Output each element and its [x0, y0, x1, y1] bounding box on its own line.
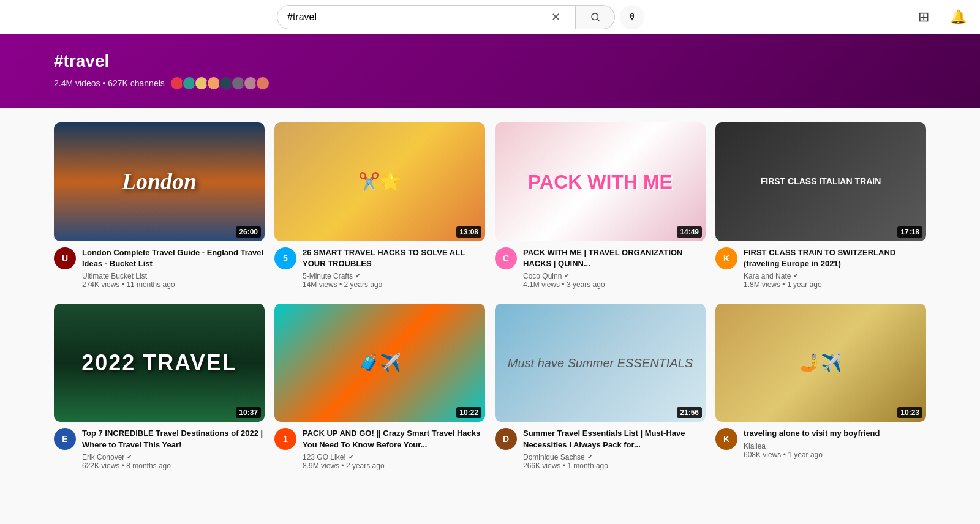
- video-title: 26 SMART TRAVEL HACKS TO SOLVE ALL YOUR …: [303, 247, 485, 269]
- video-channel[interactable]: Dominique Sachse ✔: [523, 453, 706, 462]
- search-icon: [590, 12, 601, 23]
- video-info: K traveling alone to visit my boyfriend …: [715, 428, 926, 458]
- svg-point-0: [592, 13, 598, 20]
- video-meta: PACK WITH ME | TRAVEL ORGANIZATION HACKS…: [523, 247, 706, 289]
- contributor-avatars: [170, 76, 270, 91]
- thumbnail-text: FIRST CLASS ITALIAN TRAIN: [715, 122, 926, 241]
- svg-line-1: [597, 19, 599, 21]
- thumbnail[interactable]: FIRST CLASS ITALIAN TRAIN 17:18: [715, 122, 926, 241]
- video-channel[interactable]: Klailea: [744, 442, 926, 451]
- thumbnail-text: PACK WITH ME: [495, 122, 706, 241]
- main-content: London 26:00 U London Complete Travel Gu…: [0, 108, 980, 485]
- video-meta: traveling alone to visit my boyfriend Kl…: [744, 428, 926, 458]
- thumbnail[interactable]: 2022 TRAVEL 10:37: [54, 304, 265, 422]
- video-card[interactable]: 2022 TRAVEL 10:37 E Top 7 INCREDIBLE Tra…: [54, 304, 265, 470]
- avatar: [255, 76, 270, 91]
- notifications-button[interactable]: 🔔: [946, 5, 970, 29]
- thumbnail-text: ✂️🌟: [274, 122, 485, 241]
- header-center: #travel ✕ 🎙: [277, 5, 644, 29]
- video-card[interactable]: PACK WITH ME 14:49 C PACK WITH ME | TRAV…: [495, 122, 706, 289]
- video-info: 5 26 SMART TRAVEL HACKS TO SOLVE ALL YOU…: [274, 247, 485, 289]
- duration-badge: 10:22: [456, 407, 481, 418]
- video-meta: FIRST CLASS TRAIN TO SWITZERLAND (travel…: [744, 247, 926, 289]
- video-info: K FIRST CLASS TRAIN TO SWITZERLAND (trav…: [715, 247, 926, 289]
- thumbnail-text: 🤳✈️: [715, 304, 926, 422]
- thumbnail[interactable]: ✂️🌟 13:08: [274, 122, 485, 241]
- video-card[interactable]: ✂️🌟 13:08 5 26 SMART TRAVEL HACKS TO SOL…: [274, 122, 485, 289]
- verified-icon: ✔: [355, 272, 361, 280]
- video-stats: 274K views • 11 months ago: [82, 280, 265, 289]
- channel-avatar[interactable]: 5: [274, 247, 296, 269]
- video-stats: 266K views • 1 month ago: [523, 462, 706, 470]
- video-stats: 1.8M views • 1 year ago: [744, 280, 926, 289]
- video-title: London Complete Travel Guide - England T…: [82, 247, 265, 269]
- search-bar: #travel ✕: [277, 5, 576, 29]
- channel-avatar[interactable]: U: [54, 247, 76, 269]
- channel-avatar[interactable]: K: [715, 247, 737, 269]
- thumbnail[interactable]: London 26:00: [54, 122, 265, 241]
- create-button[interactable]: ⊞: [911, 5, 936, 29]
- thumbnail[interactable]: 🧳✈️ 10:22: [274, 304, 485, 422]
- video-stats: 14M views • 2 years ago: [303, 280, 485, 289]
- mic-button[interactable]: 🎙: [620, 5, 644, 29]
- search-button[interactable]: [576, 5, 615, 29]
- video-meta: PACK UP AND GO! || Crazy Smart Travel Ha…: [303, 428, 485, 470]
- search-input[interactable]: #travel: [287, 12, 546, 23]
- channel-avatar[interactable]: D: [495, 428, 517, 450]
- video-card[interactable]: Must have Summer ESSENTIALS 21:56 D Summ…: [495, 304, 706, 470]
- video-channel[interactable]: Kara and Nate ✔: [744, 272, 926, 280]
- video-title: PACK WITH ME | TRAVEL ORGANIZATION HACKS…: [523, 247, 706, 269]
- video-card[interactable]: FIRST CLASS ITALIAN TRAIN 17:18 K FIRST …: [715, 122, 926, 289]
- duration-badge: 14:49: [677, 226, 702, 238]
- thumbnail[interactable]: 🤳✈️ 10:23: [715, 304, 926, 422]
- clear-search-button[interactable]: ✕: [546, 10, 565, 24]
- banner-stats: 2.4M videos • 627K channels: [54, 78, 165, 88]
- duration-badge: 17:18: [897, 226, 922, 238]
- thumbnail[interactable]: Must have Summer ESSENTIALS 21:56: [495, 304, 706, 422]
- video-grid: London 26:00 U London Complete Travel Gu…: [54, 122, 926, 470]
- video-info: E Top 7 INCREDIBLE Travel Destinations o…: [54, 428, 265, 470]
- thumbnail-text: Must have Summer ESSENTIALS: [495, 304, 706, 422]
- video-card[interactable]: 🤳✈️ 10:23 K traveling alone to visit my …: [715, 304, 926, 470]
- video-info: 1 PACK UP AND GO! || Crazy Smart Travel …: [274, 428, 485, 470]
- video-stats: 608K views • 1 year ago: [744, 451, 926, 459]
- video-card[interactable]: London 26:00 U London Complete Travel Gu…: [54, 122, 265, 289]
- video-meta: Summer Travel Essentials List | Must-Hav…: [523, 428, 706, 470]
- video-channel[interactable]: 123 GO Like! ✔: [303, 453, 485, 462]
- video-meta: 26 SMART TRAVEL HACKS TO SOLVE ALL YOUR …: [303, 247, 485, 289]
- video-stats: 8.9M views • 2 years ago: [303, 462, 485, 470]
- verified-icon: ✔: [349, 453, 354, 461]
- video-stats: 622K views • 8 months ago: [82, 462, 265, 470]
- hashtag-banner: #travel 2.4M videos • 627K channels: [0, 34, 980, 108]
- header-right: ⊞ 🔔: [911, 5, 970, 29]
- video-channel[interactable]: 5-Minute Crafts ✔: [303, 272, 485, 280]
- video-info: U London Complete Travel Guide - England…: [54, 247, 265, 289]
- channel-avatar[interactable]: C: [495, 247, 517, 269]
- video-card[interactable]: 🧳✈️ 10:22 1 PACK UP AND GO! || Crazy Sma…: [274, 304, 485, 470]
- channel-avatar[interactable]: 1: [274, 428, 296, 450]
- video-info: D Summer Travel Essentials List | Must-H…: [495, 428, 706, 470]
- create-icon: ⊞: [918, 9, 929, 25]
- thumbnail-text: London: [54, 122, 265, 241]
- video-meta: Top 7 INCREDIBLE Travel Destinations of …: [82, 428, 265, 470]
- video-channel[interactable]: Ultimate Bucket List: [82, 272, 265, 280]
- video-channel[interactable]: Erik Conover ✔: [82, 453, 265, 462]
- banner-title: #travel: [54, 51, 926, 71]
- video-channel[interactable]: Coco Quinn ✔: [523, 272, 706, 280]
- header: #travel ✕ 🎙 ⊞ 🔔: [0, 0, 980, 34]
- channel-avatar[interactable]: K: [715, 428, 737, 450]
- bell-icon: 🔔: [950, 9, 967, 25]
- video-title: PACK UP AND GO! || Crazy Smart Travel Ha…: [303, 428, 485, 450]
- duration-badge: 13:08: [456, 226, 481, 238]
- video-info: C PACK WITH ME | TRAVEL ORGANIZATION HAC…: [495, 247, 706, 289]
- video-stats: 4.1M views • 3 years ago: [523, 280, 706, 289]
- duration-badge: 10:37: [236, 407, 261, 418]
- channel-avatar[interactable]: E: [54, 428, 76, 450]
- thumbnail[interactable]: PACK WITH ME 14:49: [495, 122, 706, 241]
- video-title: FIRST CLASS TRAIN TO SWITZERLAND (travel…: [744, 247, 926, 269]
- verified-icon: ✔: [587, 453, 593, 461]
- duration-badge: 26:00: [236, 226, 261, 238]
- verified-icon: ✔: [127, 453, 132, 461]
- video-title: Top 7 INCREDIBLE Travel Destinations of …: [82, 428, 265, 450]
- thumbnail-text: 2022 TRAVEL: [54, 304, 265, 422]
